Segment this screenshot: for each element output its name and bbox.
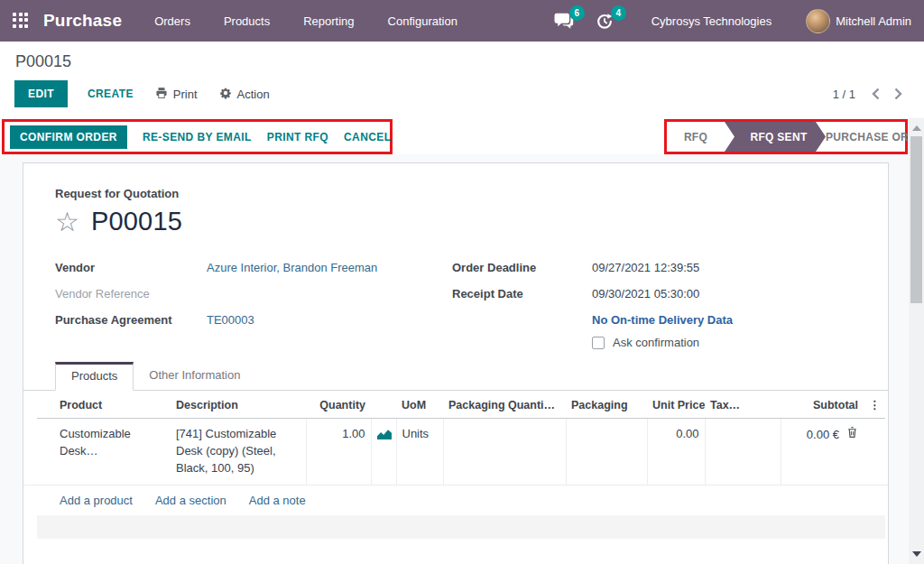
company-switcher[interactable]: Cybrosys Technologies [651, 14, 772, 28]
cell-packaging[interactable] [566, 419, 647, 485]
annotation-box-buttons: CONFIRM ORDER RE-SEND BY EMAIL PRINT RFQ… [2, 119, 393, 154]
messages-button[interactable]: 6 [554, 12, 576, 30]
status-pipeline: RFQ RFQ SENT PURCHASE ORDER [667, 122, 905, 152]
add-a-section-link[interactable]: Add a section [155, 494, 226, 507]
statusbar: CONFIRM ORDER RE-SEND BY EMAIL PRINT RFQ… [0, 118, 909, 156]
vertical-scrollbar[interactable] [909, 118, 924, 564]
trash-icon[interactable] [846, 426, 858, 444]
app-name[interactable]: Purchase [43, 11, 122, 31]
cell-menu-spacer [864, 419, 885, 485]
gear-icon [219, 87, 232, 102]
order-deadline-value[interactable]: 09/27/2021 12:39:55 [592, 261, 699, 274]
on-time-delivery-link[interactable]: No On-time Delivery Data [592, 313, 733, 327]
cell-packaging-quantity[interactable] [443, 419, 566, 485]
user-menu[interactable]: Mitchell Admin [836, 14, 911, 28]
menu-products[interactable]: Products [222, 11, 272, 32]
cancel-button[interactable]: CANCEL [344, 131, 391, 143]
col-uom[interactable]: UoM [396, 391, 443, 419]
ask-confirmation-checkbox[interactable] [592, 337, 605, 349]
scroll-down-icon[interactable] [909, 546, 924, 561]
action-label: Action [237, 88, 270, 101]
purchase-agreement-label: Purchase Agreement [55, 313, 207, 327]
control-panel-buttons: EDIT CREATE Print Action 1 / 1 [14, 80, 910, 118]
pager-previous-icon[interactable] [872, 88, 880, 100]
col-description[interactable]: Description [171, 391, 306, 419]
col-packaging[interactable]: Packaging [566, 391, 647, 419]
order-deadline-label: Order Deadline [452, 261, 592, 274]
annotation-box-stages: RFQ RFQ SENT PURCHASE ORDER [664, 119, 908, 154]
vendor-reference-label: Vendor Reference [55, 287, 207, 300]
stage-rfq-sent-active[interactable]: RFQ SENT [725, 122, 826, 152]
activities-button[interactable]: 4 [596, 12, 617, 30]
cell-taxes[interactable] [705, 419, 781, 485]
add-a-product-link[interactable]: Add a product [60, 494, 133, 507]
cell-subtotal: 0.00 € [781, 419, 864, 485]
breadcrumb: P00015 [14, 51, 910, 80]
menu-orders[interactable]: Orders [152, 11, 192, 32]
action-button[interactable]: Action [219, 87, 270, 102]
field-grid: Vendor Azure Interior, Brandon Freeman V… [55, 261, 856, 349]
vendor-field: Vendor Azure Interior, Brandon Freeman [55, 261, 452, 276]
print-label: Print [173, 88, 198, 101]
form-sheet: Request for Quotation ☆ P00015 Vendor Az… [23, 162, 889, 564]
menu-reporting[interactable]: Reporting [301, 11, 356, 32]
create-button[interactable]: CREATE [88, 88, 134, 100]
cell-product[interactable]: Customizable Desk… [37, 419, 171, 485]
user-avatar[interactable] [806, 9, 830, 33]
empty-table-stripe [37, 515, 885, 539]
optional-columns-icon[interactable]: ⋮ [864, 391, 885, 419]
resend-by-email-button[interactable]: RE-SEND BY EMAIL [143, 131, 252, 143]
cell-uom[interactable]: Units [396, 419, 443, 485]
nav-menus: Orders Products Reporting Configuration [152, 11, 459, 32]
scrollbar-thumb[interactable] [910, 136, 922, 303]
apps-menu-icon[interactable] [13, 13, 30, 30]
col-unit-price[interactable]: Unit Price [647, 391, 705, 419]
cell-quantity[interactable]: 1.00 [306, 419, 371, 485]
pager-value: 1 / 1 [833, 88, 855, 101]
stage-rfq[interactable]: RFQ [667, 122, 725, 152]
vendor-label: Vendor [55, 261, 207, 274]
edit-button[interactable]: EDIT [14, 80, 68, 107]
line-add-links: Add a product Add a section Add a note [23, 485, 888, 515]
doc-type-label: Request for Quotation [55, 187, 856, 200]
messages-icon [554, 19, 574, 32]
pager-next-icon[interactable] [894, 88, 902, 100]
confirm-order-button[interactable]: CONFIRM ORDER [10, 125, 127, 149]
document-name: P00015 [91, 207, 182, 236]
order-line-row[interactable]: Customizable Desk… [741] Customizable De… [37, 419, 885, 485]
favorite-star-icon[interactable]: ☆ [55, 208, 79, 236]
cell-description[interactable]: [741] Customizable Desk (copy) (Steel, B… [171, 419, 306, 485]
purchase-agreement-value-link[interactable]: TE00003 [207, 313, 254, 327]
add-a-note-link[interactable]: Add a note [249, 494, 306, 507]
ask-confirmation-label: Ask confirmation [613, 336, 699, 349]
receipt-date-value[interactable]: 09/30/2021 05:30:00 [592, 287, 699, 300]
activities-icon [596, 19, 614, 32]
col-taxes[interactable]: Tax… [705, 391, 781, 419]
table-header-row: Product Description Quantity UoM Packagi… [37, 391, 885, 419]
tab-other-information[interactable]: Other Information [134, 362, 255, 390]
cell-forecast [371, 419, 396, 485]
col-product[interactable]: Product [37, 391, 171, 419]
purchase-agreement-field: Purchase Agreement TE00003 [55, 313, 452, 328]
notebook-tabs: Products Other Information [23, 362, 888, 391]
top-navbar: Purchase Orders Products Reporting Confi… [0, 0, 924, 42]
menu-configuration[interactable]: Configuration [386, 11, 459, 32]
tab-products[interactable]: Products [55, 362, 134, 391]
form-view: Request for Quotation ☆ P00015 Vendor Az… [0, 154, 909, 564]
navbar-right: 6 4 Cybrosys Technologies Mitchell Admin [554, 9, 911, 33]
receipt-date-label: Receipt Date [452, 287, 592, 300]
order-lines-table: Product Description Quantity UoM Packagi… [37, 391, 885, 485]
pager: 1 / 1 [833, 88, 910, 101]
vendor-value-link[interactable]: Azure Interior, Brandon Freeman [207, 261, 377, 274]
col-quantity[interactable]: Quantity [306, 391, 371, 419]
receipt-date-field: Receipt Date 09/30/2021 05:30:00 [452, 287, 856, 302]
scroll-up-icon[interactable] [909, 120, 924, 135]
print-button[interactable]: Print [155, 87, 198, 102]
forecast-chart-icon[interactable] [377, 429, 392, 442]
col-packaging-quantity[interactable]: Packaging Quanti… [443, 391, 566, 419]
print-rfq-button[interactable]: PRINT RFQ [267, 131, 328, 143]
subtotal-value[interactable]: 0.00 € [807, 427, 839, 444]
col-subtotal[interactable]: Subtotal [781, 391, 864, 419]
cell-unit-price[interactable]: 0.00 [647, 419, 705, 485]
col-forecast-spacer [371, 391, 396, 419]
